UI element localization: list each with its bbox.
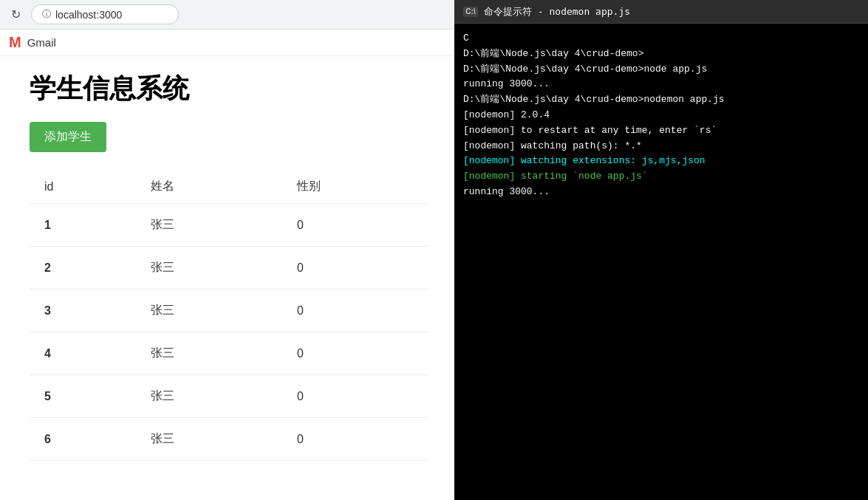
table-row: 2 张三 0 (30, 247, 428, 290)
lock-icon: ⓘ (42, 8, 51, 21)
cell-gender: 0 (282, 247, 428, 290)
cell-name: 张三 (136, 204, 282, 247)
terminal-line: C (463, 31, 859, 47)
gmail-label[interactable]: Gmail (27, 36, 56, 49)
terminal-line: [nodemon] starting `node app.js` (463, 169, 859, 185)
col-header-gender: 性别 (282, 170, 428, 204)
cell-gender: 0 (282, 375, 428, 418)
terminal-line: [nodemon] to restart at any time, enter … (463, 123, 859, 139)
terminal-line: running 3000... (463, 185, 859, 200)
cell-id: 4 (30, 332, 136, 375)
col-header-name: 姓名 (136, 170, 282, 204)
terminal-title: 命令提示符 - nodemon app.js (484, 5, 630, 18)
page-title: 学生信息系统 (30, 71, 428, 107)
cell-gender: 0 (282, 204, 428, 247)
cell-id: 2 (30, 247, 136, 290)
table-header-row: id 姓名 性别 (30, 170, 428, 204)
terminal-line: [nodemon] watching path(s): *.* (463, 139, 859, 154)
cell-name: 张三 (136, 332, 282, 375)
table-row: 1 张三 0 (30, 204, 428, 247)
add-student-button[interactable]: 添加学生 (30, 122, 106, 152)
table-row: 6 张三 0 (30, 418, 428, 461)
cell-name: 张三 (136, 247, 282, 290)
terminal-icon: C:\ (463, 7, 478, 17)
cell-name: 张三 (136, 375, 282, 418)
student-table: id 姓名 性别 1 张三 0 2 张三 0 3 张三 0 4 张三 0 5 张… (30, 170, 428, 461)
terminal-window: C:\ 命令提示符 - nodemon app.js CD:\前端\Node.j… (454, 0, 868, 500)
terminal-line: running 3000... (463, 77, 859, 92)
cell-name: 张三 (136, 418, 282, 461)
web-content: 学生信息系统 添加学生 id 姓名 性别 1 张三 0 2 张三 0 3 张三 … (0, 56, 458, 500)
table-row: 4 张三 0 (30, 332, 428, 375)
col-header-id: id (30, 170, 136, 204)
cell-id: 1 (30, 204, 136, 247)
terminal-line: D:\前端\Node.js\day 4\crud-demo> (463, 47, 859, 62)
terminal-titlebar: C:\ 命令提示符 - nodemon app.js (454, 0, 868, 24)
cell-id: 6 (30, 418, 136, 461)
terminal-line: D:\前端\Node.js\day 4\crud-demo>nodemon ap… (463, 92, 859, 108)
terminal-body[interactable]: CD:\前端\Node.js\day 4\crud-demo>D:\前端\Nod… (454, 24, 868, 500)
table-row: 5 张三 0 (30, 375, 428, 418)
cell-gender: 0 (282, 418, 428, 461)
table-row: 3 张三 0 (30, 290, 428, 332)
terminal-line: D:\前端\Node.js\day 4\crud-demo>node app.j… (463, 62, 859, 78)
terminal-line: [nodemon] 2.0.4 (463, 108, 859, 123)
url-bar[interactable]: ⓘ localhost:3000 (31, 4, 179, 24)
cell-gender: 0 (282, 290, 428, 332)
gmail-icon: M (9, 34, 21, 51)
cell-id: 5 (30, 375, 136, 418)
terminal-line: [nodemon] watching extensions: js,mjs,js… (463, 154, 859, 169)
cell-name: 张三 (136, 290, 282, 332)
cell-gender: 0 (282, 332, 428, 375)
url-text: localhost:3000 (55, 9, 122, 21)
cell-id: 3 (30, 290, 136, 332)
refresh-button[interactable]: ↻ (9, 8, 22, 21)
